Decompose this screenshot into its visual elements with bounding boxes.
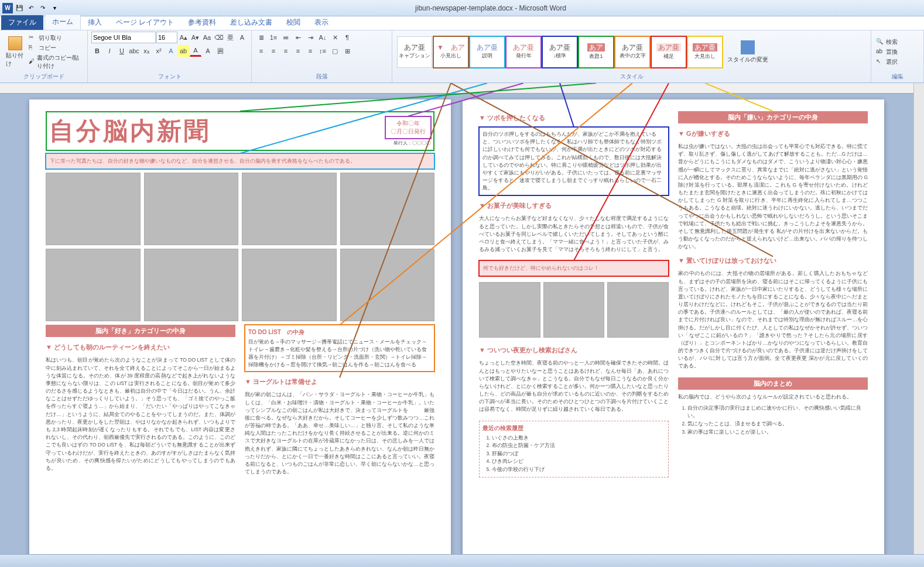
char-border-icon[interactable]: 囲 [214, 45, 226, 57]
tab-view[interactable]: 表示 [307, 15, 336, 30]
style-表題1[interactable]: あア表題1 [579, 36, 614, 68]
style-表中の文字[interactable]: あア亜表中の文字 [615, 36, 650, 68]
font-size-select[interactable] [156, 32, 177, 43]
decrease-indent-icon[interactable]: ⇤ [292, 32, 304, 43]
shading-icon[interactable]: ▢ [329, 45, 341, 57]
highlight-icon[interactable]: ab [177, 45, 189, 57]
title-bar: W 💾 ↶ ↷ ▾ jibun-newspaper-template.docx … [0, 0, 924, 16]
multilevel-icon[interactable]: ⩸ [280, 32, 292, 43]
app-icon: W [2, 3, 13, 13]
enclose-icon[interactable]: A [237, 32, 248, 43]
change-case-icon[interactable]: Aa [201, 32, 213, 43]
cut-icon: ✂ [29, 34, 37, 42]
style-gallery[interactable]: あア亜キャプション▼ あア小見出しあア亜説明あア亜発行年あア亜↓標準あア表題1あ… [396, 35, 724, 69]
select-icon: ↖ [876, 58, 884, 66]
replace-icon: ab [876, 48, 884, 56]
grow-font-icon[interactable]: A▴ [178, 32, 189, 43]
change-styles-icon [741, 40, 755, 54]
bullets-icon[interactable]: ≣ [255, 32, 267, 43]
text-effects-icon[interactable]: A [165, 45, 177, 57]
style-補足[interactable]: あア亜補足 [651, 36, 686, 68]
group-paragraph-label: 段落 [255, 72, 388, 81]
ribbon: 貼り付け ✂切り取り ⎘コピー 🖌書式のコピー/貼り付け クリップボード A▴ … [0, 30, 924, 83]
superscript-icon[interactable]: x² [153, 45, 165, 57]
align-center-icon[interactable]: ≡ [268, 45, 279, 57]
style-説明[interactable]: あア亜説明 [470, 36, 505, 68]
cut-button[interactable]: ✂切り取り [28, 33, 84, 43]
numbering-icon[interactable]: 1≡ [268, 32, 279, 43]
tab-layout[interactable]: ページ レイアウト [109, 15, 181, 30]
replace-button[interactable]: ab置換 [875, 47, 899, 57]
style-キャプション[interactable]: あア亜キャプション [397, 36, 432, 68]
font-name-select[interactable] [91, 32, 156, 43]
align-left-icon[interactable]: ≡ [255, 45, 267, 57]
style-発行年[interactable]: あア亜発行年 [506, 36, 541, 68]
style-大見出し[interactable]: あア亜大見出し [687, 36, 723, 68]
group-editing-label: 編集 [875, 72, 920, 81]
group-clipboard-label: クリップボード [4, 72, 84, 81]
qat-more-icon[interactable]: ▾ [49, 3, 60, 13]
format-painter-button[interactable]: 🖌書式のコピー/貼り付け [28, 53, 84, 71]
align-right-icon[interactable]: ≡ [280, 45, 292, 57]
clear-format-icon[interactable]: ⌫ [213, 32, 224, 43]
tab-references[interactable]: 参考資料 [181, 15, 223, 30]
bold-icon[interactable]: B [91, 45, 103, 57]
justify-icon[interactable]: ≡ [292, 45, 304, 57]
save-icon[interactable]: 💾 [14, 3, 25, 13]
copy-icon: ⎘ [29, 44, 37, 52]
char-shading-icon[interactable]: A [202, 45, 214, 57]
distribute-icon[interactable]: ≡ [304, 45, 316, 57]
borders-icon[interactable]: ⊞ [341, 45, 353, 57]
tab-mailings[interactable]: 差し込み文書 [223, 15, 279, 30]
tab-insert[interactable]: 挿入 [81, 15, 109, 30]
change-styles-button[interactable]: スタイルの変更 [725, 39, 771, 65]
paste-icon [8, 36, 22, 50]
group-sty: スタイル [396, 72, 867, 81]
sort-icon[interactable]: A↓ [317, 32, 328, 43]
ribbon-tabs: ファイル ホーム 挿入 ページ レイアウト 参考資料 差し込み文書 校閲 表示 [0, 16, 924, 30]
phonetic-icon[interactable]: 亜 [225, 32, 236, 43]
window-title: jibun-newspaper-template.docx - Microsof… [60, 4, 922, 12]
increase-indent-icon[interactable]: ⇥ [304, 32, 316, 43]
style-小見出し[interactable]: ▼ あア小見出し [433, 36, 468, 68]
undo-icon[interactable]: ↶ [26, 3, 36, 13]
show-marks-icon[interactable]: ¶ [341, 32, 353, 43]
line-spacing-icon[interactable]: ↕≡ [317, 45, 328, 57]
redo-icon[interactable]: ↷ [37, 3, 48, 13]
underline-icon[interactable]: U [116, 45, 128, 57]
asian-layout-icon[interactable]: ✕ [329, 32, 341, 43]
find-button[interactable]: 🔍検索 [875, 37, 899, 47]
find-icon: 🔍 [876, 38, 884, 46]
brush-icon: 🖌 [29, 58, 35, 66]
style-↓標準[interactable]: あア亜↓標準 [542, 36, 577, 68]
strike-icon[interactable]: abc [128, 45, 140, 57]
tab-file[interactable]: ファイル [1, 15, 43, 30]
select-button[interactable]: ↖選択 [875, 57, 899, 67]
tab-home[interactable]: ホーム [45, 14, 81, 30]
paste-button[interactable]: 貼り付け [4, 35, 26, 69]
group-font-label: フォント [91, 72, 248, 81]
copy-button[interactable]: ⎘コピー [28, 43, 84, 53]
shrink-font-icon[interactable]: A▾ [190, 32, 201, 43]
subscript-icon[interactable]: x₂ [141, 45, 152, 57]
tab-review[interactable]: 校閲 [279, 15, 307, 30]
font-color-icon[interactable]: A [190, 45, 201, 57]
italic-icon[interactable]: I [104, 45, 115, 57]
